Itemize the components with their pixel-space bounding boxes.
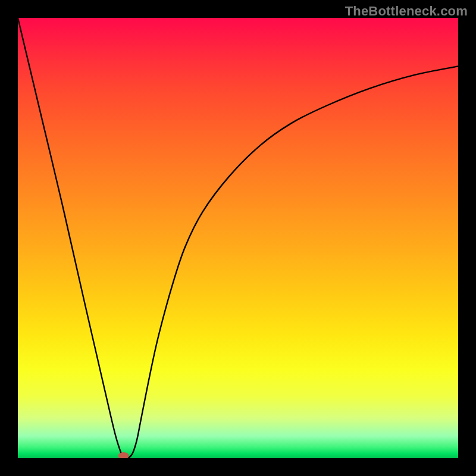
chart-frame: TheBottleneck.com (0, 0, 476, 476)
plot-area (18, 18, 458, 458)
watermark-text: TheBottleneck.com (345, 4, 468, 19)
bottleneck-curve (18, 18, 458, 458)
optimal-point-marker (118, 452, 129, 458)
curve-layer (18, 18, 458, 458)
